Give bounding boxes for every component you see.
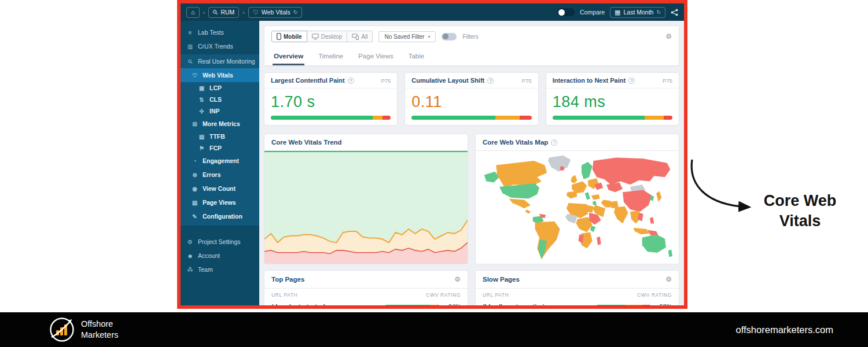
sidebar-item-icon: ◉ <box>191 186 198 192</box>
breadcrumb-rum[interactable]: ⚲ RUM <box>208 7 239 18</box>
sidebar-item-web-vitals[interactable]: ♡ Web Vitals <box>181 68 259 82</box>
sidebar-item-icon: ✣ <box>198 108 205 115</box>
gear-icon[interactable]: ⚙ <box>454 275 461 283</box>
table-row[interactable]: /blog/how-to-optimize 2.2 K 53% <box>476 300 679 309</box>
breadcrumb-web-vitals[interactable]: ♡ Web Vitals ↻ <box>248 7 302 18</box>
device-desktop-button[interactable]: Desktop <box>307 31 348 42</box>
sidebar-item-icon: ⁂ <box>186 267 194 273</box>
breadcrumb-page-label: Web Vitals <box>262 9 290 16</box>
sidebar-item-label: Real User Monitoring <box>198 58 255 65</box>
desktop-icon <box>312 34 319 40</box>
sidebar-item-cls[interactable]: ⇅ CLS <box>181 94 259 105</box>
dashboard-screenshot-frame: ⌂ › ⚲ RUM › ♡ Web Vitals ↻ Compare ▦ Las… <box>177 0 687 309</box>
sidebar-item-inp[interactable]: ✣ INP <box>181 105 259 117</box>
sidebar-item-label: CLS <box>209 96 222 103</box>
sidebar-item-page-views[interactable]: ▤ Page Views <box>181 195 259 209</box>
sidebar-item-icon: ⊗ <box>191 172 198 178</box>
tab-table[interactable]: Table <box>407 50 426 65</box>
sidebar-item-label: Errors <box>203 171 221 178</box>
tabs: Overview Timeline Page Views Table <box>264 47 679 66</box>
sidebar-item-label: Configuration <box>203 213 242 220</box>
lcp-rating-bar <box>271 116 391 120</box>
sidebar-item-icon: ⚙ <box>186 239 194 245</box>
sidebar-item-icon: ♡ <box>191 72 198 79</box>
table-row[interactable]: /docs/get-started 8.8 K 84% <box>264 300 468 309</box>
sidebar-item-team[interactable]: ⁂ Team <box>181 263 259 276</box>
sidebar-item-icon: ▥ <box>186 43 194 50</box>
brand-name: Offshore Marketers <box>81 319 118 341</box>
help-icon[interactable]: ? <box>348 77 354 84</box>
sidebar-item-lab-tests[interactable]: ≡ Lab Tests <box>181 25 259 39</box>
rum-icon: ⚲ <box>212 8 219 16</box>
breadcrumb-rum-label: RUM <box>220 9 234 16</box>
device-segmented-control: Mobile Desktop All <box>271 31 373 42</box>
sidebar-item-icon: ⊞ <box>191 121 198 127</box>
world-map <box>476 151 679 264</box>
website-url: offshoremarketers.com <box>736 324 833 335</box>
device-all-button[interactable]: All <box>347 31 373 42</box>
sidebar-item-icon: ✎ <box>191 213 198 220</box>
sidebar-item-engagement[interactable]: ◔ Engagement <box>181 154 259 168</box>
sidebar-item-icon: ▤ <box>191 200 198 206</box>
sidebar-item-view-count[interactable]: ◉ View Count <box>181 182 259 195</box>
column-header-url-path: URL PATH <box>483 292 509 298</box>
saved-filter-select[interactable]: No Saved Filter ▾ <box>378 31 436 42</box>
breadcrumb-separator-icon: › <box>242 9 245 16</box>
help-icon[interactable]: ? <box>628 77 635 84</box>
sidebar-item-more-metrics[interactable]: ⊞ More Metrics <box>181 117 259 131</box>
tab-overview[interactable]: Overview <box>273 50 304 65</box>
all-devices-icon <box>352 34 359 40</box>
filters-toggle[interactable] <box>442 33 457 40</box>
sidebar-item-label: CrUX Trends <box>198 43 233 50</box>
trend-chart-title: Core Web Vitals Trend <box>271 139 342 146</box>
inp-rating-bar <box>553 116 672 120</box>
sidebar-item-icon: ≡ <box>186 29 194 36</box>
home-button[interactable]: ⌂ <box>186 7 200 18</box>
refresh-icon: ↻ <box>656 10 661 15</box>
sidebar-item-lcp[interactable]: ▣ LCP <box>181 82 259 94</box>
sidebar-item-rum[interactable]: ⚲ Real User Monitoring <box>181 54 259 68</box>
annotation-label: Core Web Vitals <box>752 191 848 231</box>
metric-card-cls: Cumulative Layout Shift ? P75 0.11 <box>404 72 538 125</box>
trend-chart-card: Core Web Vitals Trend <box>264 134 468 264</box>
sidebar-item-fcp[interactable]: ⚑ FCP <box>181 142 259 154</box>
annotation-arrow <box>689 158 761 216</box>
rum-section: ⚲ Real User Monitoring ♡ Web Vitals ▣ LC… <box>181 54 259 226</box>
help-icon[interactable]: ? <box>487 77 494 84</box>
offshore-marketers-logo <box>49 316 75 343</box>
tab-page-views[interactable]: Page Views <box>357 50 395 65</box>
date-range-button[interactable]: ▦ Last Month ↻ <box>610 7 665 18</box>
sidebar-item-errors[interactable]: ⊗ Errors <box>181 168 259 182</box>
top-bar: ⌂ › ⚲ RUM › ♡ Web Vitals ↻ Compare ▦ Las… <box>181 3 684 21</box>
gear-icon[interactable]: ⚙ <box>665 275 672 283</box>
brand: Offshore Marketers <box>49 316 118 343</box>
sidebar-item-account[interactable]: ☻ Account <box>181 249 259 263</box>
column-header-url-path: URL PATH <box>271 292 297 298</box>
map-chart-title: Core Web Vitals Map <box>483 139 548 146</box>
percentile-badge: P75 <box>522 77 532 84</box>
sidebar-item-label: Web Vitals <box>203 72 233 79</box>
tab-timeline[interactable]: Timeline <box>317 50 344 65</box>
footer-bar: Offshore Marketers offshoremarketers.com <box>0 312 868 347</box>
lcp-value: 1.70 s <box>264 88 397 111</box>
sidebar-item-project-settings[interactable]: ⚙ Project Settings <box>181 235 259 249</box>
compare-toggle[interactable] <box>557 8 575 16</box>
slow-pages-card: Slow Pages ⚙ URL PATH CWV RATING /blog/h… <box>475 270 679 309</box>
sidebar-item-crux-trends[interactable]: ▥ CrUX Trends <box>181 39 259 53</box>
inp-value: 184 ms <box>546 88 679 111</box>
trend-chart <box>264 151 468 264</box>
settings-gear-icon[interactable]: ⚙ <box>665 32 672 40</box>
sidebar-item-configuration[interactable]: ✎ Configuration <box>181 209 259 223</box>
rum-icon: ⚲ <box>185 57 195 67</box>
device-mobile-button[interactable]: Mobile <box>271 31 307 42</box>
cwv-rating-bar <box>385 305 440 309</box>
help-icon[interactable]: ? <box>551 139 557 146</box>
share-button[interactable] <box>671 9 678 16</box>
cls-value: 0.11 <box>405 88 538 111</box>
compare-label: Compare <box>580 9 605 16</box>
cls-rating-bar <box>411 116 531 120</box>
charts-row: Core Web Vitals Trend Core Web Vita <box>264 134 679 264</box>
sidebar-item-label: Account <box>198 252 220 259</box>
sidebar-item-label: Lab Tests <box>198 29 224 36</box>
sidebar-item-ttfb[interactable]: ▤ TTFB <box>181 131 259 142</box>
